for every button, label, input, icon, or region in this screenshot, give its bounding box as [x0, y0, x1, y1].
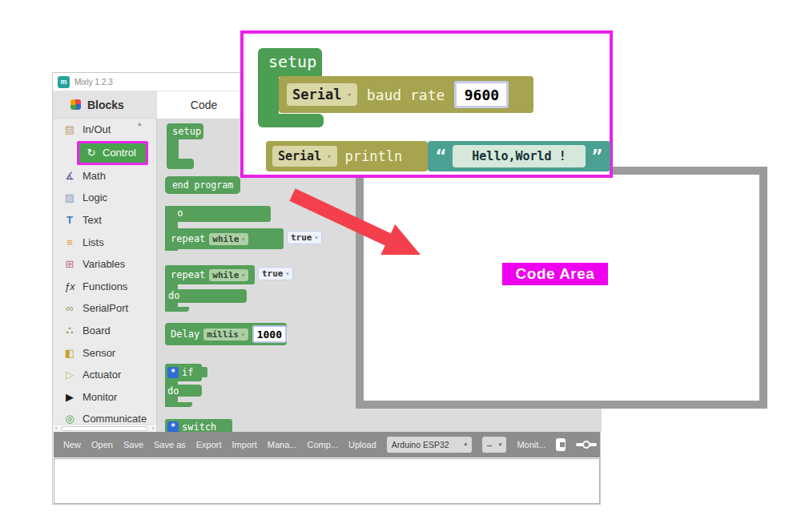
- bottom-toolbar: New Open Save Save as Export Import Mana…: [54, 432, 600, 457]
- tab-code[interactable]: Code: [157, 91, 252, 119]
- true-value-block[interactable]: true▾: [287, 231, 322, 244]
- scroll-right-icon[interactable]: ›: [150, 425, 156, 432]
- import-button[interactable]: Import: [232, 440, 257, 449]
- sidebar-item-label: SerialPort: [83, 302, 128, 314]
- dropdown-arrow-icon: ▾: [241, 236, 245, 243]
- chip-icon[interactable]: [556, 438, 565, 451]
- sidebar-item-label: Control: [103, 147, 136, 159]
- delay-value-field[interactable]: 1000: [252, 325, 287, 343]
- block-delay[interactable]: Delay millis▾ 1000: [165, 323, 287, 345]
- block-string-value[interactable]: “ Hello,World ! ”: [428, 141, 610, 171]
- block-end-program[interactable]: end program: [165, 176, 240, 194]
- chevron-down-icon: ▾: [499, 441, 502, 448]
- gear-icon[interactable]: *: [167, 421, 179, 432]
- puzzle-icon: [70, 99, 81, 110]
- scroll-left-icon[interactable]: ‹: [53, 425, 59, 432]
- sidebar-item-text[interactable]: T Text: [53, 209, 156, 232]
- sidebar-item-label: Board: [83, 324, 111, 337]
- sidebar-item-control[interactable]: ↻ Control: [77, 141, 148, 165]
- board-icon: ∴: [61, 324, 78, 337]
- mixly-logo-icon: m: [58, 76, 70, 88]
- connection-slider-icon[interactable]: [576, 440, 590, 449]
- chevron-down-icon: ▾: [465, 441, 468, 448]
- upload-button[interactable]: Upload: [348, 440, 376, 449]
- sidebar-item-label: Variables: [83, 258, 125, 270]
- sidebar-item-label: Sensor: [83, 347, 115, 359]
- sidebar-item-functions[interactable]: ƒx Functions: [53, 276, 156, 298]
- code-area-label: Code Area: [502, 263, 608, 285]
- compile-button[interactable]: Comp...: [307, 440, 338, 449]
- export-button[interactable]: Export: [196, 440, 222, 449]
- dropdown-arrow-icon: ▾: [241, 272, 245, 279]
- sidebar-item-label: Functions: [83, 280, 127, 292]
- blocks-header: Blocks: [53, 91, 157, 119]
- open-button[interactable]: Open: [91, 440, 113, 449]
- control-icon: ↻: [84, 147, 99, 159]
- manager-button[interactable]: Mana...: [268, 440, 297, 449]
- millis-dropdown[interactable]: millis▾: [203, 328, 248, 341]
- code-area-box[interactable]: Code Area: [356, 167, 767, 409]
- window-title: Mixly 1.2.3: [74, 78, 113, 87]
- sidebar-item-math[interactable]: ∡ Math: [53, 165, 156, 187]
- serialport-icon: ∞: [61, 302, 78, 314]
- close-quote-icon: ”: [592, 148, 602, 164]
- block-serial-println[interactable]: Serial ▾ println: [266, 141, 428, 171]
- sidebar-item-label: Text: [83, 214, 102, 226]
- sidebar-item-monitor[interactable]: ▶ Monitor: [53, 386, 156, 409]
- block-switch[interactable]: * switch: [165, 419, 232, 432]
- sidebar-item-label: Actuator: [83, 369, 121, 381]
- math-icon: ∡: [61, 170, 78, 182]
- save-as-button[interactable]: Save as: [154, 440, 186, 449]
- example-blocks-callout: setup Serial ▾ baud rate 9600 Serial ▾ p…: [240, 30, 613, 178]
- text-icon: T: [61, 214, 78, 226]
- dropdown-arrow-icon: ▾: [347, 91, 351, 99]
- block-setup[interactable]: setup: [258, 48, 322, 77]
- variables-icon: ⊞: [61, 258, 78, 270]
- block-do-repeat-while[interactable]: do repeat while▾ true▾: [165, 206, 317, 252]
- actuator-icon: ▷: [61, 369, 78, 381]
- lists-icon: ≡: [61, 236, 78, 248]
- dropdown-arrow-icon: ▾: [241, 331, 245, 338]
- message-output-panel[interactable]: [54, 458, 600, 504]
- true-value-block[interactable]: true▾: [258, 267, 293, 280]
- sidebar-item-variables[interactable]: ⊞ Variables: [53, 253, 156, 276]
- sidebar-item-label: In/Out: [83, 123, 111, 135]
- serial-dropdown[interactable]: Serial ▾: [272, 146, 337, 167]
- port-select[interactable]: – ▾: [482, 437, 506, 453]
- sidebar-item-logic[interactable]: ▨ Logic: [53, 187, 156, 209]
- sidebar-item-label: Logic: [83, 191, 107, 204]
- block-serial-baud-rate[interactable]: Serial ▾ baud rate 9600: [279, 76, 533, 113]
- serial-monitor-button[interactable]: Monit...: [517, 440, 545, 449]
- new-button[interactable]: New: [63, 440, 81, 449]
- open-quote-icon: “: [436, 148, 446, 164]
- sidebar-item-lists[interactable]: ≡ Lists: [53, 231, 156, 253]
- sidebar-item-sensor[interactable]: ◧ Sensor: [53, 341, 156, 364]
- sidebar-item-board[interactable]: ∴ Board: [53, 320, 156, 342]
- monitor-icon: ▶: [61, 391, 78, 403]
- category-sidebar: ▤ In/Out ↻ Control ∡ Math ▨ Logic T Text…: [53, 119, 157, 432]
- while-dropdown[interactable]: while▾: [209, 233, 248, 245]
- screenshot-stage: m Mixly 1.2.3 Blocks Code ▤ In/Out ↻ Con…: [0, 0, 801, 532]
- sidebar-item-actuator[interactable]: ▷ Actuator: [53, 364, 156, 386]
- sidebar-horizontal-scrollbar[interactable]: ‹ ›: [53, 424, 156, 432]
- dropdown-arrow-icon: ▾: [315, 234, 319, 241]
- baud-rate-field[interactable]: 9600: [454, 81, 509, 108]
- gear-icon[interactable]: *: [167, 367, 179, 378]
- serial-dropdown[interactable]: Serial ▾: [287, 83, 357, 106]
- sidebar-scrollbar-thumb[interactable]: [61, 426, 148, 431]
- blocks-label: Blocks: [87, 99, 124, 111]
- sidebar-scroll-up-icon[interactable]: ▴: [138, 119, 142, 127]
- dropdown-arrow-icon: ▾: [327, 152, 331, 160]
- sidebar-item-serialport[interactable]: ∞ SerialPort: [53, 297, 156, 320]
- block-repeat-while-do[interactable]: repeat while▾ true▾ do: [165, 265, 325, 312]
- block-if-do[interactable]: * if do: [165, 364, 213, 407]
- inout-icon: ▤: [61, 123, 78, 135]
- while-dropdown[interactable]: while▾: [209, 269, 248, 281]
- sensor-icon: ◧: [61, 347, 78, 359]
- board-select[interactable]: Arduino ESP32 ▾: [387, 437, 472, 453]
- save-button[interactable]: Save: [123, 440, 143, 449]
- logic-icon: ▨: [61, 191, 78, 204]
- functions-icon: ƒx: [61, 280, 78, 292]
- string-value-field[interactable]: Hello,World !: [453, 145, 586, 167]
- sidebar-item-label: Math: [83, 170, 106, 182]
